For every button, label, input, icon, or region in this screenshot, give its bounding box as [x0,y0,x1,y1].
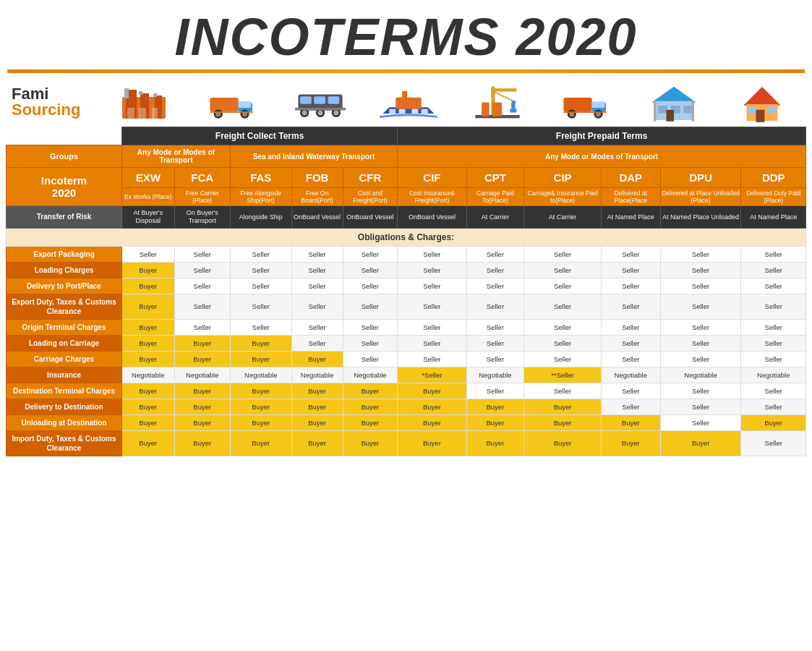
cell-value: Buyer [466,399,524,414]
cell-value: Seller [601,335,660,351]
svg-rect-10 [210,97,239,111]
transfer-risk-row: Transfer of RiskAt Buyer's DisposalOn Bu… [7,206,806,229]
risk-value-0: At Buyer's Disposal [122,206,175,229]
cell-value: Seller [660,319,741,335]
cell-value: Seller [343,246,398,262]
cell-value: Buyer [398,430,466,456]
cell-value: Buyer [291,383,343,399]
row-label: Delivery to Port/Place [7,278,122,294]
svg-marker-61 [743,87,780,106]
svg-rect-55 [658,105,667,113]
cell-value: Seller [174,246,230,262]
cell-value: Seller [343,262,398,278]
groups-row: Groups Any Mode or Modes of Transport Se… [7,145,806,168]
freight-header-row: Freight Collect Terms Freight Prepaid Te… [7,127,806,145]
risk-value-3: OnBoard Vessel [291,206,343,229]
logo-icons-row: Fami Sourcing [0,77,812,127]
cell-value: Negotiable [291,367,343,383]
cell-value: Buyer [174,399,230,414]
term-name-ddp: Delivered Duty Paid (Place) [741,188,806,206]
cell-value: Seller [660,246,741,262]
page-title: INCOTERMS 2020 [0,0,812,69]
svg-marker-53 [651,86,696,102]
cell-value: Seller [230,246,291,262]
cell-value: Seller [398,319,466,335]
cell-value: Negotiable [601,367,660,383]
cell-value: Seller [466,351,524,367]
cell-value: Seller [601,383,660,399]
cell-value: Seller [741,351,806,367]
table-row: Unloading at DestinationBuyerBuyerBuyerB… [7,414,806,430]
cell-value: Buyer [122,430,175,456]
svg-rect-44 [492,102,502,116]
cell-value: Buyer [343,383,398,399]
cell-value: Seller [230,319,291,335]
cell-value: Seller [398,246,466,262]
cell-value: Buyer [230,351,291,367]
cell-value: Seller [343,294,398,319]
svg-rect-12 [239,101,252,108]
term-code-ddp: DDP [741,168,806,188]
risk-value-6: At Carrier [466,206,524,229]
cell-value: Buyer [122,262,175,278]
svg-point-25 [318,110,323,115]
cell-value: Seller [291,246,343,262]
cell-value: Buyer [343,399,398,414]
svg-rect-60 [691,101,694,121]
svg-rect-21 [328,96,340,104]
svg-rect-34 [399,109,406,114]
svg-rect-35 [412,109,419,114]
cell-value: Seller [398,335,466,351]
svg-rect-4 [124,88,129,98]
cell-value: Seller [524,262,602,278]
svg-rect-17 [210,111,254,113]
cell-value: Seller [230,262,291,278]
term-name-cip: Carriage& Insurance Paid to(Place) [524,188,602,206]
svg-rect-38 [491,88,516,91]
term-code-dap: DAP [601,168,660,188]
cell-value: Buyer [174,414,230,430]
risk-value-7: At Carrier [524,206,602,229]
cell-value: Seller [291,319,343,335]
svg-rect-59 [654,101,657,121]
logo-area: Fami Sourcing [6,86,100,118]
svg-rect-45 [563,97,591,111]
term-name-exw: Ex Works (Place) [122,188,175,206]
table-row: Loading on CarriageBuyerBuyerBuyerSeller… [7,335,806,351]
cell-value: Buyer [343,430,398,456]
risk-value-9: At Named Place Unloaded [660,206,741,229]
term-code-fas: FAS [230,168,291,188]
cell-value: Negotiable [174,367,230,383]
logo-fami: Fami [12,86,48,102]
term-code-fob: FOB [291,168,343,188]
term-code-cif: CIF [398,168,466,188]
factory-icon [115,80,173,124]
svg-rect-36 [422,109,428,114]
term-name-dap: Delivered at Place(Place [601,188,660,206]
row-label: Carriage Charges [7,351,122,367]
table-row: Destination Terminal ChargesBuyerBuyerBu… [7,383,806,399]
svg-line-39 [492,91,516,102]
row-label: Origin Terminal Charges [7,319,122,335]
cell-value: Buyer [122,414,175,430]
cell-value: Buyer [398,414,466,430]
row-label: Export Packaging [7,246,122,262]
freight-collect-header: Freight Collect Terms [122,127,398,145]
risk-value-10: At Named Place [741,206,806,229]
ship-icon [380,80,437,124]
cell-value: Seller [741,246,806,262]
cell-value: Seller [524,246,602,262]
cell-value: Seller [343,319,398,335]
cell-value: Seller [660,262,741,278]
cell-value: Seller [741,278,806,294]
cell-value: Seller [398,351,466,367]
term-name-fas: Free Alongside Ship(Port) [230,188,291,206]
cell-value: Buyer [230,399,291,414]
term-code-cfr: CFR [343,168,398,188]
svg-rect-64 [748,106,756,113]
house-icon [733,80,791,124]
cell-value: Seller [174,294,230,319]
cell-value: Seller [524,319,602,335]
cell-value: Seller [741,294,806,319]
cell-value: Seller [601,262,660,278]
